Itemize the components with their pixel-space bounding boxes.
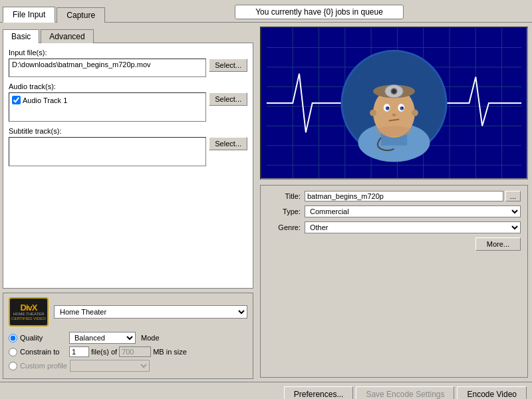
audio-track-1-label: Audio Track 1 bbox=[23, 96, 67, 104]
divx-logo-sub: HOME THEATER bbox=[13, 312, 44, 317]
title-row: Title: ... bbox=[267, 191, 521, 201]
quality-radio-label: Quality bbox=[20, 334, 66, 342]
constrain-radio-label: Constrain to bbox=[20, 348, 66, 356]
constrain-size-label: MB in size bbox=[153, 348, 187, 356]
tab-file-input[interactable]: File Input bbox=[3, 7, 55, 23]
custom-profile-radio-label: Custom profile bbox=[20, 362, 67, 370]
constrain-files-input[interactable] bbox=[69, 346, 89, 357]
input-files-group: Input file(s): D:\downloads\batman_begin… bbox=[9, 49, 247, 77]
metadata-box: Title: ... Type: Commercial Genre: Other… bbox=[260, 185, 528, 378]
custom-profile-radio-row: Custom profile bbox=[9, 360, 247, 372]
divx-logo-text: DivX bbox=[21, 303, 37, 312]
preview-area bbox=[260, 27, 528, 180]
input-files-select-button[interactable]: Select... bbox=[209, 59, 247, 72]
title-browse-button[interactable]: ... bbox=[505, 191, 521, 201]
divx-logo-cert: CERTIFIED VIDEO bbox=[11, 317, 46, 321]
svg-point-28 bbox=[402, 107, 403, 108]
subtitle-tracks-label: Subtitle track(s): bbox=[9, 127, 247, 135]
svg-point-36 bbox=[412, 110, 418, 116]
quality-radio-row: Quality Balanced Mode bbox=[9, 332, 247, 344]
svg-point-35 bbox=[370, 110, 376, 116]
svg-point-26 bbox=[400, 106, 404, 110]
input-files-value: D:\downloads\batman_begins_m720p.mov bbox=[9, 59, 206, 77]
quality-radio[interactable] bbox=[9, 334, 17, 342]
encode-video-button[interactable]: Encode Video bbox=[457, 386, 527, 400]
custom-profile-dropdown[interactable] bbox=[70, 360, 150, 372]
audio-tracks-box: Audio Track 1 bbox=[9, 92, 206, 122]
genre-row: Genre: Other bbox=[267, 221, 521, 233]
title-label: Title: bbox=[267, 192, 301, 200]
queue-status: You currently have {0} jobs in queue bbox=[235, 5, 404, 19]
save-settings-button[interactable]: Save Encode Settings bbox=[356, 386, 454, 400]
audio-tracks-group: Audio track(s): Audio Track 1 Select... bbox=[9, 82, 247, 122]
audio-tracks-label: Audio track(s): bbox=[9, 82, 247, 90]
type-dropdown[interactable]: Commercial bbox=[305, 205, 521, 217]
divx-profile-dropdown[interactable]: Home Theater bbox=[54, 305, 247, 319]
constrain-radio-row: Constrain to file(s) of MB in size bbox=[9, 346, 247, 357]
genre-dropdown[interactable]: Other bbox=[305, 221, 521, 233]
constrain-radio[interactable] bbox=[9, 348, 17, 356]
preferences-button[interactable]: Preferences... bbox=[284, 386, 354, 400]
constrain-size-input[interactable] bbox=[119, 346, 151, 357]
divx-logo: DivX HOME THEATER CERTIFIED VIDEO bbox=[9, 297, 49, 327]
svg-point-29 bbox=[392, 114, 396, 116]
bottom-bar: Preferences... Save Encode Settings Enco… bbox=[0, 382, 532, 399]
audio-tracks-select-button[interactable]: Select... bbox=[209, 92, 247, 106]
mode-label: Mode bbox=[141, 334, 160, 342]
audio-track-1-checkbox[interactable] bbox=[12, 96, 21, 104]
svg-point-27 bbox=[388, 107, 389, 108]
svg-point-25 bbox=[386, 106, 390, 110]
audio-track-1-row: Audio Track 1 bbox=[12, 94, 203, 106]
quality-mode-dropdown[interactable]: Balanced bbox=[69, 332, 136, 344]
svg-point-31 bbox=[376, 126, 412, 136]
subtitle-tracks-group: Subtitle track(s): Select... bbox=[9, 127, 247, 166]
more-button[interactable]: More... bbox=[475, 237, 521, 251]
custom-profile-radio[interactable] bbox=[9, 362, 17, 370]
subtitle-tracks-box bbox=[9, 137, 206, 166]
tab-basic[interactable]: Basic bbox=[3, 29, 39, 43]
genre-label: Genre: bbox=[267, 223, 301, 231]
type-row: Type: Commercial bbox=[267, 205, 521, 217]
title-input[interactable] bbox=[305, 191, 503, 201]
svg-point-34 bbox=[392, 89, 396, 93]
subtitle-tracks-select-button[interactable]: Select... bbox=[209, 137, 247, 150]
constrain-files-label: file(s) of bbox=[91, 348, 117, 356]
type-label: Type: bbox=[267, 207, 301, 215]
tab-advanced[interactable]: Advanced bbox=[41, 29, 93, 43]
tab-capture[interactable]: Capture bbox=[57, 7, 105, 23]
input-files-label: Input file(s): bbox=[9, 49, 247, 57]
